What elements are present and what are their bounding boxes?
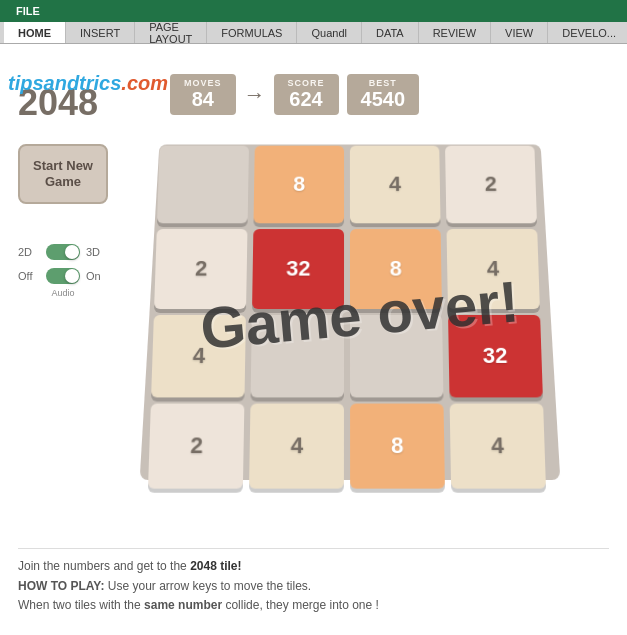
- audio-sublabel: Audio: [18, 288, 108, 298]
- mode-toggle-row: 2D 3D: [18, 244, 108, 260]
- instruction-line1: Join the numbers and get to the 2048 til…: [18, 557, 609, 576]
- instruction-line3: When two tiles with the same number coll…: [18, 596, 609, 615]
- tile-r2c0: 4: [151, 315, 246, 397]
- mode-toggle[interactable]: [46, 244, 80, 260]
- same-number-highlight: same number: [144, 598, 222, 612]
- tile-r2c1: [251, 315, 344, 397]
- tile-r1c3: 4: [447, 229, 540, 309]
- tile-r3c3: 4: [450, 404, 546, 489]
- score-label: SCORE: [288, 78, 325, 88]
- how-to-play-label: HOW TO PLAY:: [18, 579, 104, 593]
- divider: [18, 548, 609, 549]
- tile-r2c3: 32: [448, 315, 543, 397]
- instruction-line2: HOW TO PLAY: Use your arrow keys to move…: [18, 577, 609, 596]
- file-button[interactable]: FILE: [8, 3, 48, 19]
- watermark: tipsandtrics.com: [8, 72, 168, 95]
- audio-on-label: On: [86, 270, 108, 282]
- tile-r1c2: 8: [350, 229, 442, 309]
- tab-formulas[interactable]: FORMULAS: [207, 22, 297, 43]
- stats-bar: MOVES 84 → SCORE 624 BEST 4540: [170, 74, 419, 115]
- tile-r1c1: 32: [252, 229, 344, 309]
- tab-insert[interactable]: INSERT: [66, 22, 135, 43]
- tab-data[interactable]: DATA: [362, 22, 419, 43]
- tile-r0c3: 2: [445, 146, 537, 224]
- moves-value: 84: [184, 88, 222, 111]
- tile-r0c0: [157, 146, 249, 224]
- toggles-area: 2D 3D Off On Audio: [18, 244, 108, 298]
- instruction-line3-end: collide, they merge into one !: [222, 598, 379, 612]
- tab-home[interactable]: HOME: [4, 22, 66, 43]
- moves-stat: MOVES 84: [170, 74, 236, 115]
- tile-r0c1: 8: [253, 146, 344, 224]
- score-value: 624: [288, 88, 325, 111]
- mode-3d-label: 3D: [86, 246, 108, 258]
- tab-quandl[interactable]: Quandl: [297, 22, 361, 43]
- game-board-container: 8 4 2 2 32 8 4 4 32 2 4 8 4 Game over!: [140, 124, 580, 504]
- audio-toggle[interactable]: [46, 268, 80, 284]
- game-grid: 8 4 2 2 32 8 4 4 32 2 4 8 4: [148, 146, 546, 489]
- instructions: Join the numbers and get to the 2048 til…: [18, 548, 609, 615]
- moves-label: MOVES: [184, 78, 222, 88]
- tile-r0c2: 4: [350, 146, 441, 224]
- audio-toggle-row: Off On: [18, 268, 108, 284]
- excel-toolbar: FILE: [0, 0, 627, 22]
- instruction-line2-text: Use your arrow keys to move the tiles.: [104, 579, 311, 593]
- best-value: 4540: [361, 88, 406, 111]
- main-content: tipsandtrics.com 2048 MOVES 84 → SCORE 6…: [0, 44, 627, 635]
- audio-off-label: Off: [18, 270, 40, 282]
- tile-r3c1: 4: [249, 404, 344, 489]
- start-new-game-button[interactable]: Start NewGame: [18, 144, 108, 204]
- instruction-2048-highlight: 2048 tile!: [190, 559, 241, 573]
- tab-page-layout[interactable]: PAGE LAYOUT: [135, 22, 207, 43]
- watermark-text2: .com: [121, 72, 168, 94]
- tile-r3c0: 2: [148, 404, 244, 489]
- tab-developer[interactable]: DEVELO...: [548, 22, 627, 43]
- audio-toggle-thumb: [65, 269, 79, 283]
- mode-toggle-thumb: [65, 245, 79, 259]
- best-stat: BEST 4540: [347, 74, 420, 115]
- watermark-text1: tipsandtrics: [8, 72, 121, 94]
- score-stat: SCORE 624: [274, 74, 339, 115]
- excel-tab-bar: HOME INSERT PAGE LAYOUT FORMULAS Quandl …: [0, 22, 627, 44]
- best-label: BEST: [361, 78, 406, 88]
- tile-r1c0: 2: [154, 229, 247, 309]
- tile-r3c2: 8: [350, 404, 445, 489]
- mode-2d-label: 2D: [18, 246, 40, 258]
- tile-r2c2: [350, 315, 443, 397]
- arrow-icon: →: [244, 82, 266, 108]
- tab-review[interactable]: REVIEW: [419, 22, 491, 43]
- tab-view[interactable]: VIEW: [491, 22, 548, 43]
